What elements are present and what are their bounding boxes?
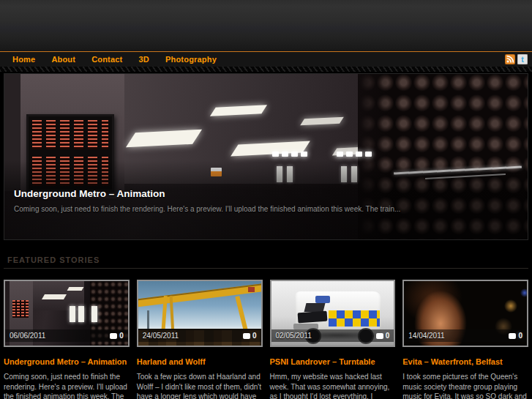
story-card: 06/06/2011 0 Underground Metro – Animati… — [4, 280, 130, 399]
thumb-art — [248, 287, 255, 292]
story-card: 14/04/2011 0 Evita – Waterfront, Belfast… — [402, 280, 528, 399]
thumb-art — [297, 311, 327, 324]
comment-bubble-icon — [243, 333, 250, 339]
hatch-divider — [0, 67, 532, 72]
thumb-art — [91, 306, 97, 322]
nav-item-3d[interactable]: 3D — [139, 55, 149, 64]
story-date: 24/05/2011 — [143, 332, 179, 340]
thumb-art — [67, 287, 84, 291]
featured-stories-row: 06/06/2011 0 Underground Metro – Animati… — [4, 280, 528, 399]
hero-subtitle: Coming soon, just need to finish the ren… — [14, 205, 518, 213]
comment-bubble-icon — [110, 333, 117, 339]
story-date: 14/04/2011 — [408, 332, 444, 340]
thumb-art — [329, 318, 380, 327]
thumb-art — [329, 310, 380, 318]
thumb-art — [12, 300, 29, 318]
story-excerpt: I took some pictures of the Queen's musi… — [402, 372, 528, 399]
nav-item-photography[interactable]: Photography — [165, 55, 217, 64]
thumb-meta-bar: 02/05/2011 0 — [271, 329, 394, 342]
story-title[interactable]: Underground Metro – Animation — [4, 357, 130, 366]
story-date: 02/05/2011 — [276, 332, 312, 340]
hero-title[interactable]: Underground Metro – Animation — [14, 188, 518, 199]
site-header — [0, 0, 532, 52]
thumb-meta-bar: 06/06/2011 0 — [5, 329, 128, 342]
comment-count[interactable]: 0 — [110, 332, 124, 340]
nav-item-about[interactable]: About — [51, 55, 75, 64]
twitter-icon[interactable]: t — [517, 54, 528, 64]
thumb-meta-bar: 14/04/2011 0 — [404, 329, 527, 342]
story-thumbnail-metro[interactable]: 06/06/2011 0 — [4, 280, 130, 347]
story-thumbnail-landrover[interactable]: 02/05/2011 0 — [270, 280, 396, 347]
nav-item-contact[interactable]: Contact — [91, 55, 122, 64]
comment-count[interactable]: 0 — [376, 332, 390, 340]
featured-stories-heading: FEATURED STORIES — [7, 256, 532, 264]
story-card: 02/05/2011 0 PSNI Landrover – Turntable … — [270, 280, 396, 399]
hero-caption-shade — [4, 74, 528, 239]
featured-rule — [4, 268, 528, 269]
thumb-art — [42, 294, 67, 299]
thumb-art — [70, 306, 75, 322]
story-title[interactable]: PSNI Landrover – Turntable — [270, 357, 396, 366]
thumb-art — [137, 283, 263, 307]
story-date: 06/06/2011 — [10, 332, 45, 340]
story-title[interactable]: Harland and Wolff — [137, 357, 263, 366]
thumb-meta-bar: 24/05/2011 0 — [138, 329, 261, 342]
story-excerpt: Hmm, my website was hacked last week. Th… — [270, 372, 396, 399]
story-thumbnail-evita[interactable]: 14/04/2011 0 — [402, 280, 528, 347]
thumb-art — [78, 306, 84, 322]
hero-slide[interactable]: Underground Metro – Animation Coming soo… — [4, 73, 528, 240]
hero-caption: Underground Metro – Animation Coming soo… — [14, 188, 518, 213]
thumb-art — [315, 296, 330, 303]
comment-bubble-icon — [509, 333, 516, 339]
social-links: t — [505, 54, 528, 64]
main-nav: Home About Contact 3D Photography t — [0, 52, 532, 67]
svg-text:t: t — [521, 55, 524, 64]
rss-icon[interactable] — [505, 54, 515, 64]
story-excerpt: Coming soon, just need to finish the ren… — [4, 372, 130, 399]
nav-item-home[interactable]: Home — [12, 55, 35, 64]
story-card: 24/05/2011 0 Harland and Wolff Took a fe… — [137, 280, 263, 399]
story-title[interactable]: Evita – Waterfront, Belfast — [402, 357, 528, 366]
comment-bubble-icon — [376, 333, 383, 339]
story-excerpt: Took a few pics down at Haarland and Wol… — [137, 372, 263, 399]
comment-count[interactable]: 0 — [509, 332, 522, 340]
thumb-art — [33, 281, 84, 310]
story-thumbnail-cranes[interactable]: 24/05/2011 0 — [137, 280, 263, 347]
comment-count[interactable]: 0 — [243, 332, 257, 340]
